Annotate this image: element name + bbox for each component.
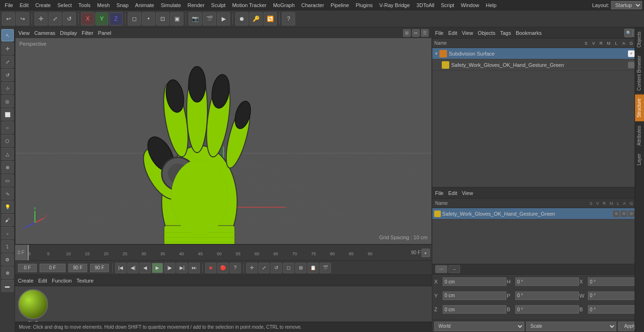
obj-search-btn[interactable]: 🔍 <box>624 29 633 37</box>
mat-edit-menu[interactable]: Edit <box>38 278 47 283</box>
obj-objects-menu[interactable]: Objects <box>478 30 495 36</box>
coord-y-pos-input[interactable] <box>443 292 506 300</box>
ik-btn[interactable]: ⊕ <box>1 267 14 279</box>
rotate-pb-btn[interactable]: ↺ <box>271 263 282 273</box>
obj-tags-menu[interactable]: Tags <box>500 30 511 36</box>
tab-structure[interactable]: Attributes <box>635 121 644 149</box>
undo-button[interactable]: ↩ <box>2 12 15 25</box>
coord-b-input[interactable] <box>515 305 579 314</box>
menu-plugins[interactable]: Plugins <box>353 1 375 9</box>
edge-mode-button[interactable]: ⊡ <box>156 12 169 25</box>
table-row[interactable]: Safety_Work_Gloves_OK_Hand_Gesture_Green… <box>432 59 644 71</box>
menu-pipeline[interactable]: Pipeline <box>328 1 352 9</box>
goto-start-btn[interactable]: |◀ <box>115 263 126 273</box>
cube-btn[interactable]: ⬜ <box>1 108 14 121</box>
cylinder-btn[interactable]: ⬡ <box>1 135 14 147</box>
goto-end-btn[interactable]: ▶| <box>176 263 188 273</box>
light-btn[interactable]: 💡 <box>1 201 14 213</box>
camera-button[interactable]: 📷 <box>189 12 202 25</box>
camera-tool-btn[interactable]: ◎ <box>1 95 14 107</box>
end-frame-input[interactable] <box>90 264 109 272</box>
viewport-cameras-menu[interactable]: Cameras <box>34 30 56 36</box>
tab-attributes[interactable]: Structure <box>635 94 644 121</box>
plane-btn[interactable]: ▭ <box>1 174 14 186</box>
viewport-expand-btn[interactable]: ⊞ <box>403 29 411 37</box>
render-pb-btn[interactable]: 🎬 <box>320 263 331 273</box>
menu-window[interactable]: Window <box>458 1 482 9</box>
move-btn[interactable]: ✛ <box>1 42 14 55</box>
prev-frame-btn[interactable]: ◀| <box>127 263 139 273</box>
layout-select[interactable]: Startup <box>611 1 642 9</box>
attr-edit-menu[interactable]: Edit <box>448 190 457 196</box>
current-frame-input[interactable] <box>40 264 66 272</box>
start-frame-input[interactable] <box>18 264 37 272</box>
floor-btn[interactable]: ▬ <box>1 280 14 292</box>
coord-tab-dots[interactable]: ··· <box>435 265 447 273</box>
z-axis-button[interactable]: Z <box>109 12 123 25</box>
stop-btn[interactable]: ⏭ <box>189 263 200 273</box>
menu-mesh[interactable]: Mesh <box>94 1 113 9</box>
y-axis-button[interactable]: Y <box>95 12 108 25</box>
select-tool-btn[interactable]: ↖ <box>1 29 14 41</box>
menu-vray[interactable]: V-Ray Bridge <box>377 1 413 9</box>
paint-btn[interactable]: 🖌 <box>1 214 14 226</box>
render-button[interactable]: ▶ <box>217 12 230 25</box>
menu-sculpt[interactable]: Sculpt <box>208 1 229 9</box>
tab-content-browser[interactable]: Content Browser <box>635 51 644 94</box>
move-tool-button[interactable]: ✛ <box>34 12 48 25</box>
coord-z-pos-input[interactable] <box>443 305 506 314</box>
record-btn[interactable]: ⏺ <box>205 263 216 273</box>
sculpt-btn[interactable]: ⬦ <box>1 227 14 239</box>
menu-tools[interactable]: Tools <box>75 1 93 9</box>
object-mode-button[interactable]: ◻ <box>128 12 141 25</box>
tab-objects[interactable]: Objects <box>635 27 644 51</box>
x-axis-button[interactable]: X <box>81 12 94 25</box>
menu-script[interactable]: Script <box>438 1 457 9</box>
coord-tab-dash[interactable]: -- <box>448 265 460 273</box>
menu-3dtoall[interactable]: 3DToAll <box>413 1 437 9</box>
rotate-btn[interactable]: ↺ <box>1 69 14 81</box>
rotate-tool-button[interactable]: ↺ <box>63 12 76 25</box>
grid-pb-btn[interactable]: ⊞ <box>295 263 306 273</box>
obj-file-menu[interactable]: File <box>435 30 444 36</box>
cone-btn[interactable]: △ <box>1 148 14 160</box>
obj-pb-btn[interactable]: ◻ <box>283 263 294 273</box>
mat-texture-menu[interactable]: Texture <box>76 278 93 283</box>
menu-character[interactable]: Character <box>298 1 327 9</box>
menu-snap[interactable]: Snap <box>114 1 132 9</box>
record-button[interactable]: ⏺ <box>235 12 248 25</box>
point-mode-button[interactable]: • <box>142 12 155 25</box>
transform-btn[interactable]: ⊹ <box>1 82 14 94</box>
help-button[interactable]: ? <box>282 12 295 25</box>
obj-bookmarks-menu[interactable]: Bookmarks <box>516 30 542 36</box>
redo-button[interactable]: ↪ <box>16 12 29 25</box>
mat-create-menu[interactable]: Create <box>18 278 33 283</box>
menu-render[interactable]: Render <box>185 1 207 9</box>
scale-dropdown[interactable]: Scale <box>526 322 616 331</box>
world-dropdown[interactable]: World <box>434 322 524 331</box>
menu-edit[interactable]: Edit <box>17 1 32 9</box>
clip-pb-btn[interactable]: 📋 <box>307 263 319 273</box>
autokey-mode-btn[interactable]: 🔴 <box>217 263 229 273</box>
menu-simulate[interactable]: Simulate <box>158 1 184 9</box>
polygon-mode-button[interactable]: ▣ <box>170 12 183 25</box>
obj-edit-menu[interactable]: Edit <box>448 30 457 36</box>
help-pb-btn[interactable]: ? <box>230 263 241 273</box>
viewport-display-menu[interactable]: Display <box>60 30 77 36</box>
material-item[interactable]: GL R <box>18 289 48 326</box>
timeline[interactable]: 0 F 0 5 10 15 20 25 30 35 40 45 50 55 60 <box>15 244 432 260</box>
generator-btn[interactable]: ⚙ <box>1 253 14 266</box>
loop-button[interactable]: 🔁 <box>264 12 277 25</box>
scale-tool-button[interactable]: ⤢ <box>49 12 62 25</box>
menu-animate[interactable]: Animate <box>132 1 157 9</box>
viewport[interactable]: View Cameras Display Filter Panel ⊞ ⇔ ☰ … <box>15 27 432 244</box>
menu-help[interactable]: Help <box>483 1 500 9</box>
end-range-input[interactable] <box>68 264 87 272</box>
timeline-settings-btn[interactable]: ▸ <box>421 249 430 257</box>
deformer-btn[interactable]: ⤵ <box>1 240 14 252</box>
coord-h-input[interactable] <box>515 277 579 286</box>
coord-x-pos-input[interactable] <box>443 277 506 286</box>
viewport-menu-btn[interactable]: ☰ <box>421 29 429 37</box>
attr-file-menu[interactable]: File <box>435 190 444 196</box>
move-pb-btn[interactable]: ✛ <box>246 263 257 273</box>
